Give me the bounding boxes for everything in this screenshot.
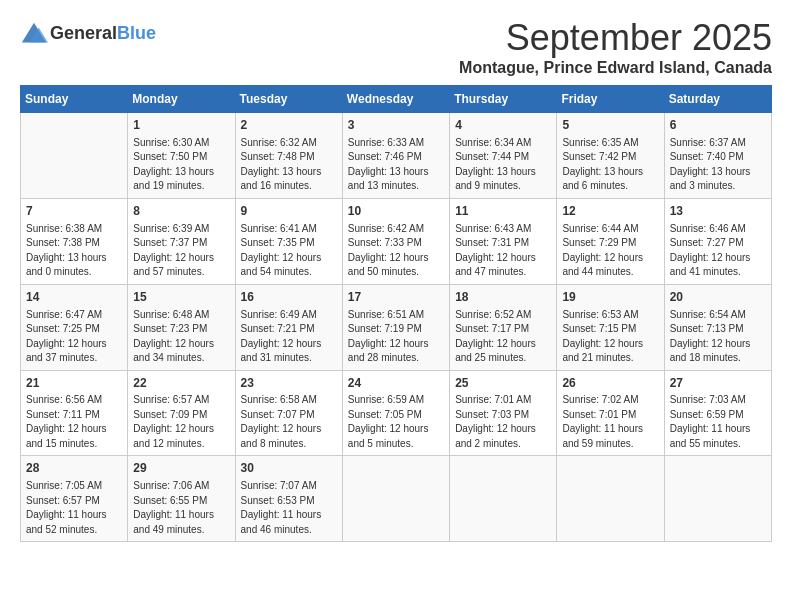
daylight-text: Daylight: 12 hours and 2 minutes. [455,423,536,449]
sunrise-text: Sunrise: 6:41 AM [241,223,317,234]
day-info: Sunrise: 6:37 AMSunset: 7:40 PMDaylight:… [670,136,766,194]
col-wednesday: Wednesday [342,86,449,113]
calendar-cell: 2Sunrise: 6:32 AMSunset: 7:48 PMDaylight… [235,113,342,199]
col-sunday: Sunday [21,86,128,113]
calendar-cell [342,456,449,542]
calendar-cell: 22Sunrise: 6:57 AMSunset: 7:09 PMDayligh… [128,370,235,456]
daylight-text: Daylight: 11 hours and 52 minutes. [26,509,107,535]
calendar-header-row: Sunday Monday Tuesday Wednesday Thursday… [21,86,772,113]
calendar-cell: 21Sunrise: 6:56 AMSunset: 7:11 PMDayligh… [21,370,128,456]
sunset-text: Sunset: 7:05 PM [348,409,422,420]
daylight-text: Daylight: 12 hours and 50 minutes. [348,252,429,278]
calendar-cell: 19Sunrise: 6:53 AMSunset: 7:15 PMDayligh… [557,284,664,370]
logo-general: General [50,24,117,44]
calendar-cell: 9Sunrise: 6:41 AMSunset: 7:35 PMDaylight… [235,198,342,284]
day-number: 13 [670,203,766,220]
sunrise-text: Sunrise: 6:35 AM [562,137,638,148]
calendar-week-row: 21Sunrise: 6:56 AMSunset: 7:11 PMDayligh… [21,370,772,456]
day-info: Sunrise: 7:02 AMSunset: 7:01 PMDaylight:… [562,393,658,451]
sunrise-text: Sunrise: 6:48 AM [133,309,209,320]
calendar-cell [557,456,664,542]
day-info: Sunrise: 6:49 AMSunset: 7:21 PMDaylight:… [241,308,337,366]
sunrise-text: Sunrise: 6:42 AM [348,223,424,234]
sunset-text: Sunset: 7:33 PM [348,237,422,248]
day-number: 16 [241,289,337,306]
calendar-cell: 3Sunrise: 6:33 AMSunset: 7:46 PMDaylight… [342,113,449,199]
day-info: Sunrise: 6:44 AMSunset: 7:29 PMDaylight:… [562,222,658,280]
sunrise-text: Sunrise: 7:01 AM [455,394,531,405]
calendar-cell: 1Sunrise: 6:30 AMSunset: 7:50 PMDaylight… [128,113,235,199]
day-info: Sunrise: 6:54 AMSunset: 7:13 PMDaylight:… [670,308,766,366]
day-number: 18 [455,289,551,306]
daylight-text: Daylight: 12 hours and 44 minutes. [562,252,643,278]
day-number: 30 [241,460,337,477]
daylight-text: Daylight: 12 hours and 41 minutes. [670,252,751,278]
calendar-cell: 5Sunrise: 6:35 AMSunset: 7:42 PMDaylight… [557,113,664,199]
day-number: 20 [670,289,766,306]
calendar-cell: 6Sunrise: 6:37 AMSunset: 7:40 PMDaylight… [664,113,771,199]
daylight-text: Daylight: 13 hours and 6 minutes. [562,166,643,192]
calendar-cell: 23Sunrise: 6:58 AMSunset: 7:07 PMDayligh… [235,370,342,456]
sunrise-text: Sunrise: 6:32 AM [241,137,317,148]
day-number: 28 [26,460,122,477]
sunset-text: Sunset: 7:19 PM [348,323,422,334]
sunset-text: Sunset: 7:35 PM [241,237,315,248]
sunset-text: Sunset: 7:21 PM [241,323,315,334]
sunset-text: Sunset: 7:29 PM [562,237,636,248]
sunrise-text: Sunrise: 6:56 AM [26,394,102,405]
day-number: 1 [133,117,229,134]
day-number: 25 [455,375,551,392]
month-year-title: September 2025 [459,16,772,59]
day-number: 24 [348,375,444,392]
col-tuesday: Tuesday [235,86,342,113]
day-number: 11 [455,203,551,220]
sunrise-text: Sunrise: 6:53 AM [562,309,638,320]
day-info: Sunrise: 7:06 AMSunset: 6:55 PMDaylight:… [133,479,229,537]
day-info: Sunrise: 6:34 AMSunset: 7:44 PMDaylight:… [455,136,551,194]
day-info: Sunrise: 6:46 AMSunset: 7:27 PMDaylight:… [670,222,766,280]
day-info: Sunrise: 6:42 AMSunset: 7:33 PMDaylight:… [348,222,444,280]
day-number: 22 [133,375,229,392]
daylight-text: Daylight: 13 hours and 19 minutes. [133,166,214,192]
calendar-cell [664,456,771,542]
sunset-text: Sunset: 7:40 PM [670,151,744,162]
day-number: 21 [26,375,122,392]
day-number: 23 [241,375,337,392]
sunrise-text: Sunrise: 6:39 AM [133,223,209,234]
day-info: Sunrise: 6:33 AMSunset: 7:46 PMDaylight:… [348,136,444,194]
daylight-text: Daylight: 12 hours and 12 minutes. [133,423,214,449]
title-area: September 2025 Montague, Prince Edward I… [459,16,772,77]
day-info: Sunrise: 6:56 AMSunset: 7:11 PMDaylight:… [26,393,122,451]
day-number: 27 [670,375,766,392]
calendar-cell: 12Sunrise: 6:44 AMSunset: 7:29 PMDayligh… [557,198,664,284]
daylight-text: Daylight: 12 hours and 57 minutes. [133,252,214,278]
col-thursday: Thursday [450,86,557,113]
sunrise-text: Sunrise: 6:34 AM [455,137,531,148]
calendar-cell: 4Sunrise: 6:34 AMSunset: 7:44 PMDaylight… [450,113,557,199]
day-number: 5 [562,117,658,134]
day-number: 12 [562,203,658,220]
sunset-text: Sunset: 7:13 PM [670,323,744,334]
sunrise-text: Sunrise: 7:07 AM [241,480,317,491]
sunset-text: Sunset: 7:48 PM [241,151,315,162]
sunrise-text: Sunrise: 6:37 AM [670,137,746,148]
daylight-text: Daylight: 12 hours and 15 minutes. [26,423,107,449]
calendar-table: Sunday Monday Tuesday Wednesday Thursday… [20,85,772,542]
logo-text: GeneralBlue [50,24,156,44]
day-number: 10 [348,203,444,220]
calendar-cell: 18Sunrise: 6:52 AMSunset: 7:17 PMDayligh… [450,284,557,370]
day-number: 3 [348,117,444,134]
calendar-cell: 28Sunrise: 7:05 AMSunset: 6:57 PMDayligh… [21,456,128,542]
day-info: Sunrise: 6:38 AMSunset: 7:38 PMDaylight:… [26,222,122,280]
day-number: 6 [670,117,766,134]
daylight-text: Daylight: 11 hours and 46 minutes. [241,509,322,535]
sunset-text: Sunset: 7:23 PM [133,323,207,334]
daylight-text: Daylight: 12 hours and 47 minutes. [455,252,536,278]
sunrise-text: Sunrise: 6:54 AM [670,309,746,320]
sunset-text: Sunset: 7:25 PM [26,323,100,334]
calendar-cell: 16Sunrise: 6:49 AMSunset: 7:21 PMDayligh… [235,284,342,370]
day-info: Sunrise: 6:43 AMSunset: 7:31 PMDaylight:… [455,222,551,280]
sunrise-text: Sunrise: 6:46 AM [670,223,746,234]
daylight-text: Daylight: 11 hours and 59 minutes. [562,423,643,449]
sunset-text: Sunset: 7:11 PM [26,409,100,420]
